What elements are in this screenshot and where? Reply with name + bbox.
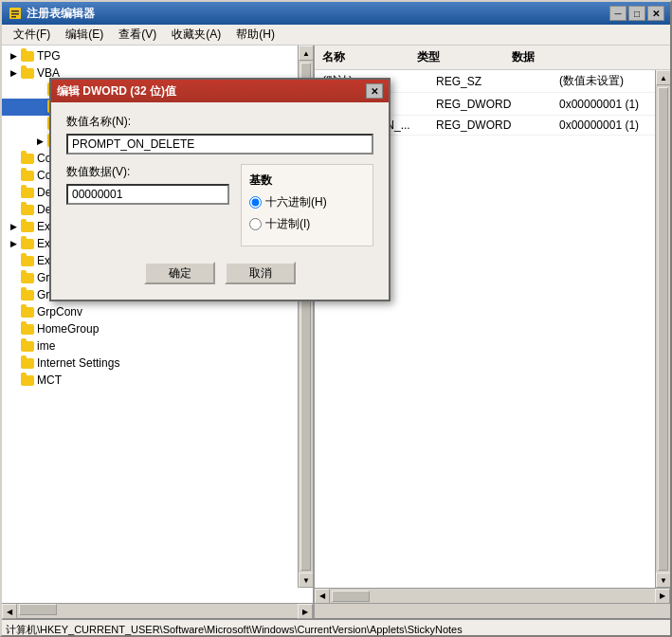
hex-radio-label[interactable]: 十六进制(H)	[265, 194, 327, 210]
app-window: 注册表编辑器 ─ □ ✕ 文件(F) 编辑(E) 查看(V) 收藏夹(A) 帮助…	[0, 0, 672, 637]
value-name-input[interactable]	[66, 134, 373, 155]
base-section: 基数 十六进制(H) 十进制(I)	[241, 164, 373, 246]
dec-radio-label[interactable]: 十进制(I)	[265, 216, 310, 232]
cancel-button[interactable]: 取消	[225, 262, 296, 284]
dialog-buttons: 确定 取消	[66, 262, 373, 284]
dialog-overlay: 编辑 DWORD (32 位)值 ✕ 数值名称(N): 数值数据(V): 基数	[2, 2, 670, 635]
base-label: 基数	[249, 173, 365, 189]
dec-radio-row[interactable]: 十进制(I)	[249, 216, 365, 232]
edit-dword-dialog: 编辑 DWORD (32 位)值 ✕ 数值名称(N): 数值数据(V): 基数	[49, 78, 390, 301]
dialog-data-row: 数值数据(V): 基数 十六进制(H) 十进制(I)	[66, 164, 373, 246]
hex-radio-row[interactable]: 十六进制(H)	[249, 194, 365, 210]
hex-radio[interactable]	[249, 196, 262, 209]
dec-radio[interactable]	[249, 218, 262, 230]
dialog-body: 数值名称(N): 数值数据(V): 基数 十六进制(H)	[51, 102, 389, 300]
dialog-title-bar: 编辑 DWORD (32 位)值 ✕	[51, 80, 389, 102]
dialog-close-button[interactable]: ✕	[366, 83, 383, 99]
value-data-section: 数值数据(V):	[66, 164, 229, 214]
value-data-input[interactable]	[66, 184, 229, 205]
value-data-label: 数值数据(V):	[66, 164, 229, 180]
dialog-title: 编辑 DWORD (32 位)值	[57, 83, 366, 100]
value-name-label: 数值名称(N):	[66, 114, 373, 130]
ok-button[interactable]: 确定	[144, 262, 215, 284]
